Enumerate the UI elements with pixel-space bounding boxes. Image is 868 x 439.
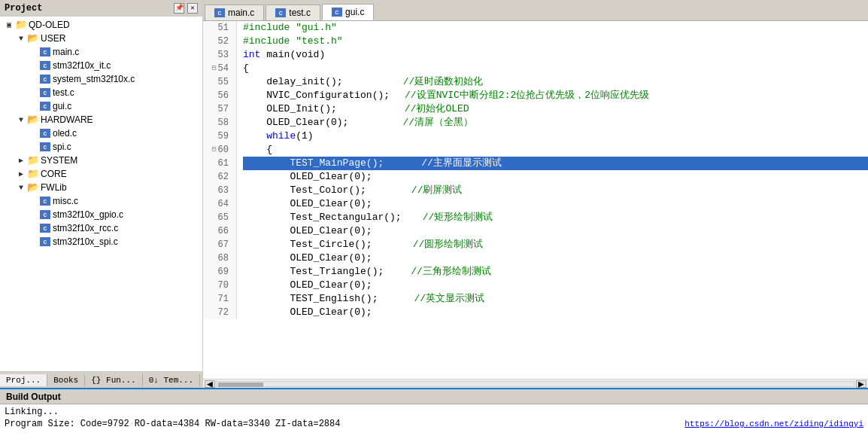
code-area: 51 52 53 ⊟54 55 56 57 58 59 ⊟60 61 62 63…	[203, 21, 868, 319]
horizontal-scrollbar[interactable]: ◀ ▶	[203, 379, 868, 388]
code-text-54: {	[243, 62, 249, 75]
code-text-69: Test_Triangle();	[243, 265, 384, 279]
tree-item-gui-c[interactable]: C gui.c	[0, 99, 202, 113]
code-line-60: {	[243, 143, 868, 157]
tree-toggle-fwlib[interactable]: ▼	[15, 181, 27, 194]
tree-spacer-test	[27, 87, 39, 99]
editor-tab-gui-c[interactable]: C gui.c	[322, 4, 374, 20]
tree-item-system[interactable]: ▶ 📁 SYSTEM	[0, 154, 202, 167]
tree-toggle-system[interactable]: ▶	[15, 154, 27, 166]
tree-toggle-user[interactable]: ▼	[15, 32, 27, 44]
line-num-68: 68	[203, 252, 232, 265]
sidebar-tab-proj[interactable]: Proj...	[0, 374, 47, 386]
folder-icon-system: 📁	[27, 155, 39, 166]
scroll-track[interactable]	[216, 381, 855, 387]
line-num-72: 72	[203, 306, 232, 319]
tree-spacer-stm32-spi	[27, 236, 39, 248]
sidebar-tree: ▣ 📁 QD-OLED ▼ 📂 USER C main.c	[0, 17, 202, 371]
code-while-59	[243, 130, 266, 143]
file-icon-test-c: C	[39, 87, 51, 98]
build-text-program-size: Program Size: Code=9792 RO-data=4384 RW-…	[5, 418, 340, 430]
tree-item-user[interactable]: ▼ 📂 USER	[0, 32, 202, 45]
tree-item-oled-c[interactable]: C oled.c	[0, 127, 202, 140]
line-num-54: ⊟54	[203, 62, 232, 75]
line-num-69: 69	[203, 265, 232, 279]
tree-item-spi-c[interactable]: C spi.c	[0, 140, 202, 154]
tree-label-stm32-it: stm32f10x_it.c	[53, 60, 111, 71]
tab-label-gui-c: gui.c	[345, 7, 364, 17]
tab-icon-main: C	[214, 8, 225, 17]
line-num-59: 59	[203, 130, 232, 143]
build-output-content: Linking... Program Size: Code=9792 RO-da…	[0, 404, 868, 439]
file-icon-rcc-c: C	[39, 223, 51, 233]
tree-item-stm32-it[interactable]: C stm32f10x_it.c	[0, 59, 202, 72]
code-text-71: TEST_English();	[243, 292, 378, 306]
code-lines: #include "gui.h" #include "test.h" int m…	[237, 21, 868, 319]
sidebar-tab-fun[interactable]: {} Fun...	[85, 374, 142, 386]
editor-tab-main-c[interactable]: C main.c	[205, 5, 264, 20]
code-text-66: OLED_Clear(0);	[243, 224, 372, 238]
line-num-56: 56	[203, 89, 232, 102]
folder-icon-user: 📂	[27, 33, 39, 44]
tree-spacer-rcc	[27, 222, 39, 234]
tree-toggle-core[interactable]: ▶	[15, 168, 27, 180]
sidebar-tab-books[interactable]: Books	[47, 374, 85, 386]
pin-icon[interactable]: 📌	[174, 3, 184, 14]
tree-item-gpio-c[interactable]: C stm32f10x_gpio.c	[0, 208, 202, 221]
tree-item-qd-oled[interactable]: ▣ 📁 QD-OLED	[0, 18, 202, 32]
line-num-60: ⊟60	[203, 143, 232, 157]
code-comment-55: //延时函数初始化	[403, 75, 484, 89]
tree-item-rcc-c[interactable]: C stm32f10x_rcc.c	[0, 221, 202, 235]
tree-toggle-qd-oled[interactable]: ▣	[3, 19, 15, 31]
tree-item-test-c[interactable]: C test.c	[0, 86, 202, 99]
build-line-linking: Linking...	[5, 406, 863, 418]
folder-icon-hardware: 📂	[27, 114, 39, 125]
code-line-51: #include "gui.h"	[243, 21, 868, 35]
editor-content[interactable]: 51 52 53 ⊟54 55 56 57 58 59 ⊟60 61 62 63…	[203, 21, 868, 379]
tab-label-main-c: main.c	[228, 8, 254, 18]
file-icon-stm32-it: C	[39, 60, 51, 71]
editor-tabs: C main.c C test.c C gui.c	[203, 0, 868, 21]
code-line-68: OLED_Clear(0);	[243, 252, 868, 265]
tree-item-fwlib[interactable]: ▼ 📂 FWLib	[0, 181, 202, 194]
code-comment-61: //主界面显示测试	[421, 157, 502, 170]
line-num-52: 52	[203, 35, 232, 48]
code-text-67: Test_Circle();	[243, 238, 372, 252]
code-comment-65: //矩形绘制测试	[423, 211, 493, 224]
line-num-65: 65	[203, 211, 232, 224]
tree-spacer-gui	[27, 100, 39, 112]
code-line-69: Test_Triangle(); //三角形绘制测试	[243, 265, 868, 279]
tab-icon-gui: C	[332, 8, 342, 17]
line-num-61: 61	[203, 157, 232, 170]
code-text-64: OLED_Clear(0);	[243, 197, 372, 211]
main-area: Project 📌 ✕ ▣ 📁 QD-OLED ▼ 📂	[0, 0, 868, 388]
tree-label-core: CORE	[41, 169, 67, 179]
code-text-55: delay_init();	[243, 75, 343, 89]
sidebar: Project 📌 ✕ ▣ 📁 QD-OLED ▼ 📂	[0, 0, 203, 388]
tree-item-stm32-spi-c[interactable]: C stm32f10x_spi.c	[0, 235, 202, 248]
tree-item-system-stm32[interactable]: C system_stm32f10x.c	[0, 72, 202, 86]
tree-item-misc-c[interactable]: C misc.c	[0, 194, 202, 208]
editor-tab-test-c[interactable]: C test.c	[266, 5, 320, 20]
scroll-right-button[interactable]: ▶	[856, 380, 866, 388]
file-icon-gpio-c: C	[39, 209, 51, 220]
tree-toggle-hardware[interactable]: ▼	[15, 114, 27, 126]
scroll-left-button[interactable]: ◀	[205, 380, 215, 388]
tree-item-main-c[interactable]: C main.c	[0, 45, 202, 59]
sidebar-tabs: Proj... Books {} Fun... 0↓ Tem...	[0, 371, 202, 388]
code-text-57: OLED_Init();	[243, 102, 337, 116]
code-line-66: OLED_Clear(0);	[243, 224, 868, 238]
tree-item-core[interactable]: ▶ 📁 CORE	[0, 167, 202, 181]
code-comment-69: //三角形绘制测试	[411, 265, 491, 279]
sidebar-tab-tem[interactable]: 0↓ Tem...	[143, 374, 200, 386]
code-text-62: OLED_Clear(0);	[243, 170, 372, 184]
sidebar-title: Project	[5, 3, 42, 14]
file-icon-system-stm32: C	[39, 74, 51, 84]
scroll-thumb[interactable]	[218, 383, 263, 387]
line-num-66: 66	[203, 224, 232, 238]
tree-item-hardware[interactable]: ▼ 📂 HARDWARE	[0, 113, 202, 127]
build-url[interactable]: https://blog.csdn.net/ziding/idingyi	[684, 418, 863, 430]
close-sidebar-button[interactable]: ✕	[187, 3, 198, 14]
code-line-58: OLED_Clear(0); //清屏（全黑）	[243, 116, 868, 130]
code-line-62: OLED_Clear(0);	[243, 170, 868, 184]
